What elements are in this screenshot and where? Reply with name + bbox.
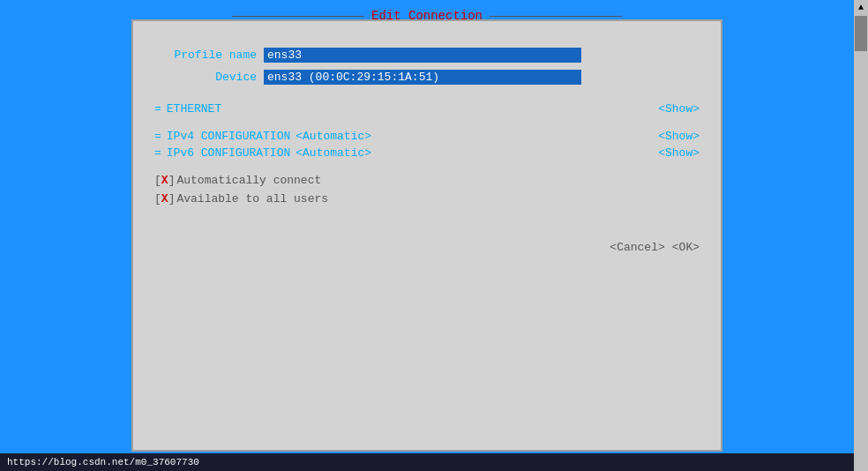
button-row: <Cancel> <OK>	[151, 241, 703, 254]
all-users-bracket-open: [	[154, 192, 161, 206]
separator-1	[151, 92, 703, 102]
ipv6-section-left: = IPv6 CONFIGURATION <Automatic>	[154, 146, 371, 160]
device-value[interactable]: ens33 (00:0C:29:15:1A:51)	[264, 70, 581, 85]
title-line-left	[232, 16, 364, 17]
all-users-x: X	[161, 192, 168, 206]
scrollbar[interactable]: ▲	[854, 0, 868, 471]
ipv4-section-row: = IPv4 CONFIGURATION <Automatic> <Show>	[151, 130, 703, 143]
ipv4-show[interactable]: <Show>	[658, 130, 700, 143]
ipv4-equals: =	[154, 130, 161, 143]
auto-connect-bracket-close: ]	[168, 174, 176, 187]
ipv6-value: <Automatic>	[296, 146, 371, 160]
url-text: https://blog.csdn.net/m0_37607730	[7, 457, 199, 467]
ipv4-name: IPv4 CONFIGURATION	[167, 130, 290, 143]
url-bar: https://blog.csdn.net/m0_37607730	[0, 453, 854, 471]
dialog-box: Edit Connection Profile name ens33 Devic…	[131, 19, 722, 452]
separator-2	[151, 119, 703, 130]
auto-connect-x: X	[161, 174, 168, 187]
ethernet-section-left: = ETHERNET	[154, 102, 221, 116]
ok-button[interactable]: <OK>	[672, 241, 700, 254]
all-users-bracket-close: ]	[168, 192, 176, 206]
ethernet-equals: =	[154, 102, 161, 116]
ipv4-value: <Automatic>	[296, 130, 371, 143]
all-users-label[interactable]: Available to all users	[176, 192, 328, 206]
separator-3	[151, 163, 703, 174]
auto-connect-row: [ X ] Automatically connect	[151, 174, 703, 187]
main-background: Edit Connection Profile name ens33 Devic…	[0, 0, 854, 471]
ipv6-section-row: = IPv6 CONFIGURATION <Automatic> <Show>	[151, 146, 703, 160]
profile-name-row: Profile name ens33	[151, 48, 703, 63]
profile-name-value[interactable]: ens33	[264, 48, 581, 63]
ethernet-section-row: = ETHERNET <Show>	[151, 102, 703, 116]
auto-connect-label[interactable]: Automatically connect	[176, 174, 321, 187]
ipv4-section-left: = IPv4 CONFIGURATION <Automatic>	[154, 130, 371, 143]
profile-name-label: Profile name	[151, 49, 257, 62]
auto-connect-bracket-open: [	[154, 174, 161, 187]
scroll-up-arrow[interactable]: ▲	[854, 0, 868, 14]
ipv6-equals: =	[154, 146, 161, 160]
device-label: Device	[151, 71, 257, 84]
cancel-button[interactable]: <Cancel>	[610, 241, 664, 254]
ipv6-show[interactable]: <Show>	[658, 146, 700, 160]
dialog-content: Profile name ens33 Device ens33 (00:0C:2…	[133, 21, 721, 272]
ethernet-name: ETHERNET	[167, 102, 221, 116]
ipv6-name: IPv6 CONFIGURATION	[167, 146, 290, 160]
dialog-title: Edit Connection	[371, 9, 483, 23]
scroll-thumb[interactable]	[855, 16, 867, 51]
device-row: Device ens33 (00:0C:29:15:1A:51)	[151, 70, 703, 85]
dialog-title-bar: Edit Connection	[232, 9, 622, 23]
ethernet-show[interactable]: <Show>	[658, 102, 700, 116]
all-users-row: [ X ] Available to all users	[151, 192, 703, 206]
title-line-right	[490, 16, 622, 17]
